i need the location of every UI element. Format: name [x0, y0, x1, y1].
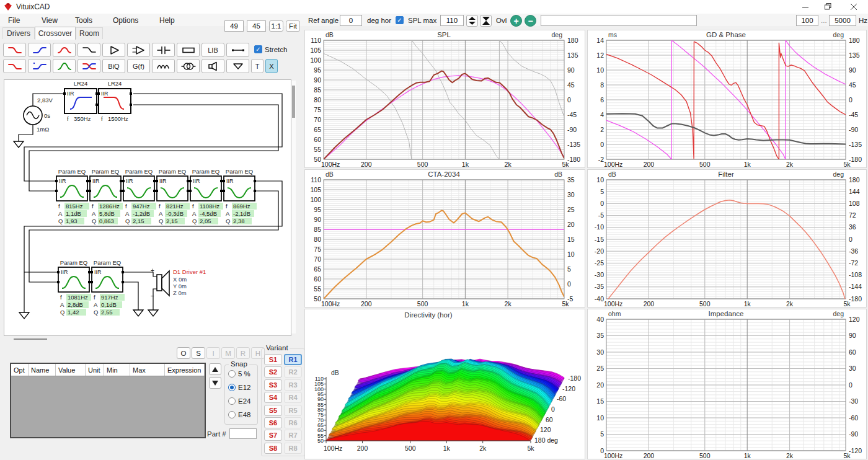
- variant-s4-button[interactable]: S4: [264, 392, 282, 403]
- svg-text:deg: deg: [551, 31, 562, 38]
- menu-help[interactable]: Help: [155, 15, 179, 25]
- param-eq-block[interactable]: Param EQIIR: [189, 168, 223, 201]
- x-button[interactable]: X: [265, 59, 278, 73]
- gain-function-button[interactable]: G(f): [127, 59, 150, 73]
- overlay-toggle-o[interactable]: O: [177, 347, 190, 359]
- svg-text:100Hz: 100Hz: [324, 445, 342, 452]
- opamp-button[interactable]: [127, 43, 150, 57]
- freq-min-input[interactable]: 100: [796, 15, 818, 26]
- stretch-option[interactable]: ✓ Stretch: [254, 45, 287, 53]
- highpass-blue-button[interactable]: [28, 43, 51, 57]
- menu-tools[interactable]: Tools: [71, 15, 97, 25]
- eq-values: f1108HzA-4,5dBQ2,05: [192, 203, 223, 224]
- svg-text:-30: -30: [849, 397, 858, 405]
- variant-s1-button[interactable]: S1: [264, 354, 282, 365]
- peak-green-button[interactable]: [53, 59, 76, 73]
- param-eq-block[interactable]: Param EQIIR: [122, 168, 156, 201]
- radio-E48[interactable]: [228, 411, 236, 418]
- minimize-button[interactable]: [796, 0, 815, 13]
- svg-text:65: 65: [314, 126, 321, 133]
- snap-option-E12[interactable]: E12: [228, 384, 257, 391]
- variant-r1-button[interactable]: R1: [284, 354, 302, 365]
- wire-button[interactable]: [226, 43, 249, 57]
- library-button[interactable]: LIB: [202, 43, 224, 57]
- param-eq-block[interactable]: Param EQIIR: [156, 168, 189, 201]
- bandpass-red-button[interactable]: [53, 43, 76, 57]
- param-eq-block[interactable]: Param EQIIR: [57, 259, 91, 292]
- highshelf-blue-button[interactable]: [28, 59, 51, 73]
- snap-option-E48[interactable]: E48: [228, 411, 257, 418]
- menu-file[interactable]: File: [4, 15, 24, 25]
- snap-option-5[interactable]: 5 %: [228, 370, 257, 378]
- lowshelf-red-button[interactable]: [3, 59, 26, 73]
- driver-symbol[interactable]: +−D1 Driver #1X 0mY 0mZ 0m: [151, 267, 206, 299]
- deg-hor-checkbox[interactable]: ✓: [396, 16, 404, 24]
- tab-crossover[interactable]: Crossover: [35, 27, 76, 40]
- add-overlay-button[interactable]: +: [510, 15, 522, 27]
- chart-spl: 50556065707580859095100105110-180-135-90…: [304, 30, 585, 168]
- spl-max-spinner[interactable]: [466, 15, 478, 27]
- transformer-button[interactable]: [177, 59, 200, 73]
- schematic-scrollbar[interactable]: [291, 81, 296, 334]
- close-button[interactable]: [844, 0, 863, 13]
- param-eq-block[interactable]: Param EQIIR: [55, 168, 89, 201]
- radio-E12[interactable]: [228, 384, 236, 391]
- crossover-filter-block[interactable]: LR24IIRf1500Hz: [97, 80, 132, 122]
- capacitor-button[interactable]: [152, 43, 175, 57]
- radio-5[interactable]: [228, 370, 236, 378]
- svg-text:65: 65: [314, 265, 321, 273]
- zoom-fit-button[interactable]: Fit: [286, 20, 300, 32]
- menu-options[interactable]: Options: [108, 15, 143, 25]
- overlay-name-input[interactable]: [541, 15, 697, 26]
- svg-text:1081Hz: 1081Hz: [68, 294, 88, 301]
- param-eq-block[interactable]: Param EQIIR: [91, 259, 124, 292]
- inductor-button[interactable]: [152, 59, 175, 73]
- buffer-button[interactable]: [102, 43, 125, 57]
- overlay-toggle-s[interactable]: S: [192, 347, 205, 359]
- speaker-button[interactable]: [202, 59, 224, 73]
- move-up-button[interactable]: [209, 363, 221, 375]
- move-down-button[interactable]: [209, 377, 221, 389]
- ground-button[interactable]: [226, 59, 249, 73]
- svg-text:IIR: IIR: [126, 178, 133, 184]
- splitter-handle[interactable]: [14, 338, 47, 340]
- remove-overlay-button[interactable]: −: [525, 15, 536, 27]
- svg-text:50: 50: [314, 295, 321, 303]
- snap-option-E24[interactable]: E24: [228, 397, 257, 405]
- tab-room[interactable]: Room: [76, 27, 103, 39]
- variant-s5-button[interactable]: S5: [264, 405, 282, 416]
- schematic-canvas[interactable]: 2,83V0s1mΩLR24IIRf350HzLR24IIRf1500HzPar…: [4, 79, 291, 336]
- ref-angle-input[interactable]: 0: [340, 15, 362, 26]
- signal-source[interactable]: 2,83V0s1mΩ: [24, 97, 53, 133]
- radio-E24[interactable]: [228, 397, 236, 405]
- t-button[interactable]: T: [251, 59, 264, 73]
- lowpass-red-button[interactable]: [3, 43, 26, 57]
- variant-s8-button[interactable]: S8: [264, 443, 282, 454]
- zoom-one-to-one-button[interactable]: 1:1: [269, 20, 283, 32]
- param-eq-block[interactable]: Param EQIIR: [223, 168, 256, 201]
- canvas-height-input[interactable]: 45: [247, 20, 266, 32]
- autoscale-button[interactable]: [480, 15, 492, 27]
- biquad-button[interactable]: BiQ: [102, 59, 125, 73]
- variant-s7-button[interactable]: S7: [264, 430, 282, 441]
- param-eq-block[interactable]: Param EQIIR: [89, 168, 122, 201]
- restore-button[interactable]: [818, 0, 837, 13]
- variant-s2-button[interactable]: S2: [264, 366, 282, 378]
- crossover-button[interactable]: [78, 59, 100, 73]
- parameter-table-body[interactable]: [11, 376, 205, 439]
- shelf-black-button[interactable]: [78, 43, 100, 57]
- part-number-input[interactable]: [229, 428, 257, 439]
- spl-max-input[interactable]: 110: [440, 15, 464, 26]
- resistor-button[interactable]: [177, 43, 200, 57]
- menu-view[interactable]: View: [37, 15, 62, 25]
- tab-drivers[interactable]: Drivers: [2, 27, 35, 39]
- freq-max-input[interactable]: 5000: [829, 15, 856, 26]
- variant-r4-button: R4: [284, 392, 302, 403]
- crossover-filter-block[interactable]: LR24IIRf350Hz: [63, 80, 98, 122]
- variant-s6-button[interactable]: S6: [264, 417, 282, 428]
- svg-text:85: 85: [314, 226, 321, 233]
- scrollbar-thumb[interactable]: [292, 86, 295, 118]
- variant-s3-button[interactable]: S3: [264, 379, 282, 391]
- canvas-width-input[interactable]: 49: [224, 20, 244, 32]
- stretch-checkbox[interactable]: ✓: [254, 45, 262, 53]
